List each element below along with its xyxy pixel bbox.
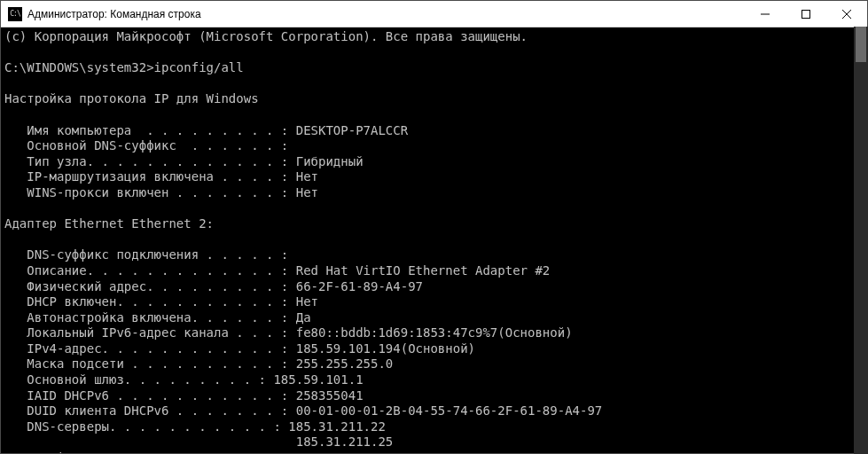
minimize-button[interactable] <box>745 1 786 27</box>
cmd-icon: C:\ <box>8 7 22 21</box>
scrollbar[interactable] <box>854 27 868 454</box>
svg-rect-1 <box>802 10 810 18</box>
output-line: DHCP включен. . . . . . . . . . . : Нет <box>4 294 318 309</box>
window-title: Администратор: Командная строка <box>27 8 745 20</box>
output-line: Основной DNS-суффикс . . . . . . : <box>4 138 288 153</box>
close-button[interactable] <box>826 1 867 27</box>
copyright-line: (c) Корпорация Майкрософт (Microsoft Cor… <box>4 29 528 43</box>
scrollbar-thumb[interactable] <box>856 27 866 62</box>
output-line: IAID DHCPv6 . . . . . . . . . . . : 2583… <box>4 388 364 403</box>
maximize-button[interactable] <box>786 1 826 27</box>
output-line: Автонастройка включена. . . . . . : Да <box>4 310 311 325</box>
output-line: Основной шлюз. . . . . . . . . : 185.59.… <box>4 372 364 387</box>
adapter-heading: Адаптер Ethernet Ethernet 2: <box>4 216 214 231</box>
command-text: ipconfig/all <box>154 60 244 74</box>
output-line: NetBios через TCP/IP. . . . . . . . : Вк… <box>4 450 364 453</box>
output-line: IPv4-адрес. . . . . . . . . . . . : 185.… <box>4 341 475 356</box>
output-line: Физический адрес. . . . . . . . . : 66-2… <box>4 279 423 294</box>
window-controls <box>745 1 867 27</box>
terminal-output[interactable]: (c) Корпорация Майкрософт (Microsoft Cor… <box>1 27 867 453</box>
output-line: Описание. . . . . . . . . . . . . : Red … <box>4 263 550 278</box>
output-line: Локальный IPv6-адрес канала . . . : fe80… <box>4 325 573 340</box>
output-line: Имя компьютера . . . . . . . . . : DESKT… <box>4 123 408 137</box>
prompt: C:\WINDOWS\system32> <box>4 60 154 74</box>
output-line: IP-маршрутизация включена . . . . : Нет <box>4 169 318 184</box>
output-line: DUID клиента DHCPv6 . . . . . . . : 00-0… <box>4 403 602 418</box>
titlebar[interactable]: C:\ Администратор: Командная строка <box>1 1 867 27</box>
output-line: 185.31.211.25 <box>4 434 393 449</box>
section-heading: Настройка протокола IP для Windows <box>4 91 259 106</box>
output-line: DNS-суффикс подключения . . . . . : <box>4 247 288 262</box>
output-line: Тип узла. . . . . . . . . . . . . : Гибр… <box>4 154 364 168</box>
output-line: DNS-серверы. . . . . . . . . . . : 185.3… <box>4 419 386 434</box>
output-line: Маска подсети . . . . . . . . . . : 255.… <box>4 356 393 371</box>
output-line: WINS-прокси включен . . . . . . . : Нет <box>4 185 318 200</box>
